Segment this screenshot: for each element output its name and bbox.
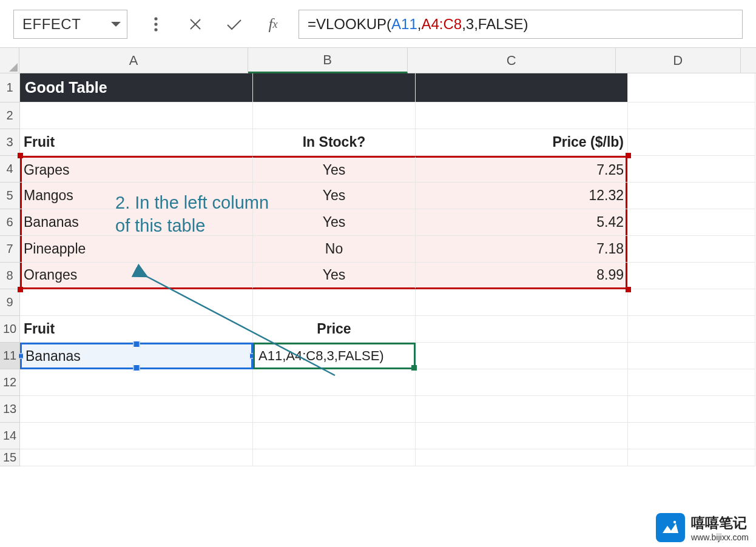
cell-D2[interactable]	[628, 102, 755, 129]
cell-B7[interactable]: No	[253, 236, 416, 263]
cell-C7[interactable]: 7.18	[416, 236, 628, 263]
row-header-11[interactable]: 11	[0, 343, 20, 369]
cell-B4[interactable]: Yes	[253, 156, 416, 183]
cell-C1[interactable]	[416, 73, 628, 102]
cell-D14[interactable]	[628, 423, 755, 449]
chevron-down-icon[interactable]	[111, 22, 121, 27]
range-handle-icon[interactable]	[18, 287, 23, 292]
cell-A12[interactable]	[20, 369, 253, 396]
cell-A14[interactable]	[20, 423, 253, 449]
row-header-8[interactable]: 8	[0, 263, 20, 289]
name-box[interactable]: EFFECT	[13, 10, 127, 39]
cell-C6[interactable]: 5.42	[416, 209, 628, 236]
watermark-text: 嘻嘻笔记 www.bijixx.com	[691, 514, 749, 542]
row-header-3[interactable]: 3	[0, 129, 20, 156]
column-headers-row: A B C D	[0, 48, 756, 73]
row-header-6[interactable]: 6	[0, 209, 20, 236]
cell-D12[interactable]	[628, 369, 755, 396]
formula-bar: EFFECT fx =VLOOKUP(A11,A4:C8,3,FALSE)	[0, 0, 756, 47]
row-header-9[interactable]: 9	[0, 289, 20, 316]
cell-B1[interactable]	[253, 73, 416, 102]
cell-A11[interactable]: Bananas	[20, 343, 253, 369]
cell-B8[interactable]: Yes	[253, 263, 416, 289]
row-header-13[interactable]: 13	[0, 396, 20, 423]
cell-A3[interactable]: Fruit	[20, 129, 253, 156]
cell-B6[interactable]: Yes	[253, 209, 416, 236]
column-header-C[interactable]: C	[408, 48, 616, 73]
select-all-corner[interactable]	[0, 48, 19, 73]
column-header-A[interactable]: A	[19, 48, 248, 73]
row-header-1[interactable]: 1	[0, 73, 20, 102]
cell-B9[interactable]	[253, 289, 416, 316]
name-box-value: EFFECT	[22, 16, 81, 33]
row-header-4[interactable]: 4	[0, 156, 20, 183]
formula-input[interactable]: =VLOOKUP(A11,A4:C8,3,FALSE)	[299, 10, 743, 39]
cell-A5[interactable]: Mangos	[20, 183, 253, 209]
cell-D4[interactable]	[628, 156, 755, 183]
cancel-icon[interactable]	[176, 10, 215, 39]
cell-A6[interactable]: Bananas	[20, 209, 253, 236]
range-handle-icon[interactable]	[626, 287, 631, 292]
svg-point-1	[155, 23, 157, 25]
spreadsheet-grid[interactable]: A B C D 1 Good Table 2 3 Fruit In Stock?…	[0, 47, 756, 466]
cell-C4[interactable]: 7.25	[416, 156, 628, 183]
cell-D6[interactable]	[628, 209, 755, 236]
cell-C11[interactable]	[416, 343, 628, 369]
row-header-15[interactable]: 15	[0, 449, 20, 466]
cell-C8[interactable]: 8.99	[416, 263, 628, 289]
range-handle-icon[interactable]	[626, 153, 631, 158]
svg-point-6	[673, 521, 676, 523]
cell-C14[interactable]	[416, 423, 628, 449]
row-header-10[interactable]: 10	[0, 316, 20, 343]
cell-C9[interactable]	[416, 289, 628, 316]
cell-D7[interactable]	[628, 236, 755, 263]
cell-C3[interactable]: Price ($/lb)	[416, 129, 628, 156]
cell-A1[interactable]: Good Table	[20, 73, 253, 102]
watermark: 嘻嘻笔记 www.bijixx.com	[656, 513, 749, 542]
cell-A10[interactable]: Fruit	[20, 316, 253, 343]
row-header-12[interactable]: 12	[0, 369, 20, 396]
cell-D3[interactable]	[628, 129, 755, 156]
cell-D13[interactable]	[628, 396, 755, 423]
cell-A7[interactable]: Pineapple	[20, 236, 253, 263]
column-header-B[interactable]: B	[248, 48, 408, 73]
cell-B12[interactable]	[253, 369, 416, 396]
cell-A2[interactable]	[20, 102, 253, 129]
cell-B14[interactable]	[253, 423, 416, 449]
cell-D1[interactable]	[628, 73, 755, 102]
cell-D15[interactable]	[628, 449, 755, 466]
cell-C15[interactable]	[416, 449, 628, 466]
cell-C12[interactable]	[416, 369, 628, 396]
cell-D8[interactable]	[628, 263, 755, 289]
range-handle-icon[interactable]	[18, 153, 23, 158]
cell-A15[interactable]	[20, 449, 253, 466]
cell-A8[interactable]: Oranges	[20, 263, 253, 289]
cell-B11[interactable]: A11,A4:C8,3,FALSE)	[253, 343, 416, 369]
cell-D10[interactable]	[628, 316, 755, 343]
cell-B13[interactable]	[253, 396, 416, 423]
cell-B5[interactable]: Yes	[253, 183, 416, 209]
row-header-7[interactable]: 7	[0, 236, 20, 263]
cell-A9[interactable]	[20, 289, 253, 316]
cell-D5[interactable]	[628, 183, 755, 209]
cell-B2[interactable]	[253, 102, 416, 129]
row-header-5[interactable]: 5	[0, 183, 20, 209]
enter-icon[interactable]	[215, 10, 254, 39]
row-header-14[interactable]: 14	[0, 423, 20, 449]
watermark-logo-icon	[656, 513, 685, 542]
cell-C2[interactable]	[416, 102, 628, 129]
row-header-2[interactable]: 2	[0, 102, 20, 129]
cell-C13[interactable]	[416, 396, 628, 423]
cell-B15[interactable]	[253, 449, 416, 466]
cell-A4[interactable]: Grapes	[20, 156, 253, 183]
cell-C10[interactable]	[416, 316, 628, 343]
column-header-D[interactable]: D	[616, 48, 741, 73]
more-icon[interactable]	[137, 10, 176, 39]
cell-B3[interactable]: In Stock?	[253, 129, 416, 156]
cell-D11[interactable]	[628, 343, 755, 369]
cell-A13[interactable]	[20, 396, 253, 423]
cell-C5[interactable]: 12.32	[416, 183, 628, 209]
cell-D9[interactable]	[628, 289, 755, 316]
cell-B10[interactable]: Price	[253, 316, 416, 343]
fx-icon[interactable]: fx	[254, 10, 292, 39]
